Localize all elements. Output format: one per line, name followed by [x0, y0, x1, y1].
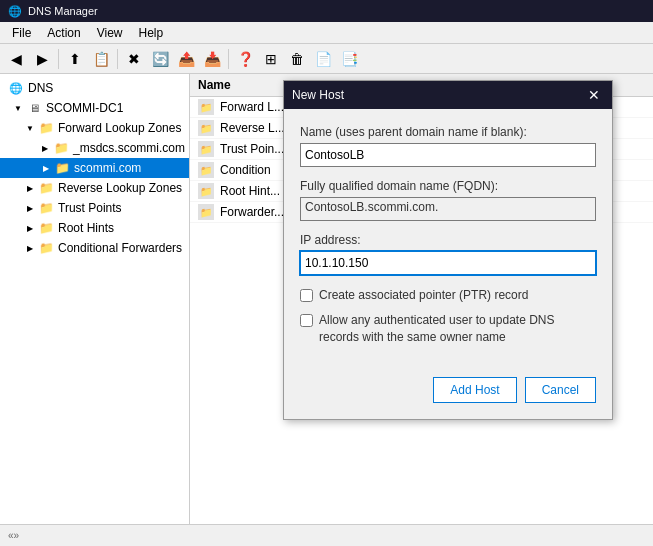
separator-1 [58, 49, 59, 69]
up-button[interactable]: ⬆ [63, 47, 87, 71]
expand-arrow-conditional: ▶ [24, 242, 36, 254]
status-bar: «» [0, 524, 653, 546]
ptr-checkbox-label: Create associated pointer (PTR) record [319, 287, 528, 304]
name-label: Name (uses parent domain name if blank): [300, 125, 596, 139]
folder-icon-conditional: 📁 [38, 240, 54, 256]
ptr-checkbox-row: Create associated pointer (PTR) record [300, 287, 596, 304]
expand-arrow-server: ▼ [12, 102, 24, 114]
tree-panel: 🌐 DNS ▼ 🖥 SCOMMI-DC1 ▼ 📁 Forward Lookup … [0, 74, 190, 524]
tree-forward-label: Forward Lookup Zones [58, 121, 181, 135]
tree-item-server[interactable]: ▼ 🖥 SCOMMI-DC1 [0, 98, 189, 118]
menu-action[interactable]: Action [39, 24, 88, 42]
folder-icon-msdcs: 📁 [53, 140, 69, 156]
tree-item-forward-lookup[interactable]: ▼ 📁 Forward Lookup Zones [0, 118, 189, 138]
tree-item-scommi[interactable]: ▶ 📁 scommi.com [0, 158, 189, 178]
row-label-3: Condition [220, 163, 271, 177]
expand-arrow-reverse: ▶ [24, 182, 36, 194]
separator-3 [228, 49, 229, 69]
name-input[interactable] [300, 143, 596, 167]
row-icon-0: 📁 [198, 99, 214, 115]
tree-reverse-label: Reverse Lookup Zones [58, 181, 182, 195]
dialog-title: New Host [292, 88, 344, 102]
row-label-4: Root Hint... [220, 184, 280, 198]
ip-input[interactable] [300, 251, 596, 275]
add-host-button[interactable]: Add Host [433, 377, 516, 403]
folder-icon-reverse: 📁 [38, 180, 54, 196]
row-icon-4: 📁 [198, 183, 214, 199]
row-label-0: Forward L... [220, 100, 284, 114]
expand-arrow-root: ▶ [24, 222, 36, 234]
tree-item-conditional[interactable]: ▶ 📁 Conditional Forwarders [0, 238, 189, 258]
allow-checkbox[interactable] [300, 314, 313, 327]
row-icon-1: 📁 [198, 120, 214, 136]
row-icon-3: 📁 [198, 162, 214, 178]
tree-item-dns[interactable]: 🌐 DNS [0, 78, 189, 98]
allow-checkbox-row: Allow any authenticated user to update D… [300, 312, 596, 346]
trash-button[interactable]: 🗑 [285, 47, 309, 71]
tree-item-root-hints[interactable]: ▶ 📁 Root Hints [0, 218, 189, 238]
tree-item-reverse-lookup[interactable]: ▶ 📁 Reverse Lookup Zones [0, 178, 189, 198]
tree-root-label: Root Hints [58, 221, 114, 235]
allow-checkbox-label: Allow any authenticated user to update D… [319, 312, 596, 346]
row-label-2: Trust Poin... [220, 142, 284, 156]
tree-item-trust[interactable]: ▶ 📁 Trust Points [0, 198, 189, 218]
row-label-5: Forwarder... [220, 205, 284, 219]
folder-icon-forward: 📁 [38, 120, 54, 136]
row-icon-5: 📁 [198, 204, 214, 220]
row-icon-2: 📁 [198, 141, 214, 157]
folder-icon-scommi: 📁 [54, 160, 70, 176]
ptr-checkbox[interactable] [300, 289, 313, 302]
back-button[interactable]: ◀ [4, 47, 28, 71]
copy-button[interactable]: 📑 [337, 47, 361, 71]
menu-view[interactable]: View [89, 24, 131, 42]
expand-arrow-scommi: ▶ [40, 162, 52, 174]
export-button[interactable]: 📤 [174, 47, 198, 71]
dialog-body: Name (uses parent domain name if blank):… [284, 109, 612, 369]
tree-conditional-label: Conditional Forwarders [58, 241, 182, 255]
help-button[interactable]: ❓ [233, 47, 257, 71]
tree-msdcs-label: _msdcs.scommi.com [73, 141, 185, 155]
menu-bar: File Action View Help [0, 22, 653, 44]
title-bar: 🌐 DNS Manager [0, 0, 653, 22]
title-bar-text: DNS Manager [28, 5, 98, 17]
expand-arrow-msdcs: ▶ [39, 142, 51, 154]
menu-file[interactable]: File [4, 24, 39, 42]
dns-icon: 🌐 [8, 80, 24, 96]
expand-arrow-trust: ▶ [24, 202, 36, 214]
fqdn-display: ContosoLB.scommi.com. [300, 197, 596, 221]
tree-dns-label: DNS [28, 81, 53, 95]
new-doc-button[interactable]: 📄 [311, 47, 335, 71]
tree-server-label: SCOMMI-DC1 [46, 101, 123, 115]
fqdn-label: Fully qualified domain name (FQDN): [300, 179, 596, 193]
cancel-button[interactable]: Cancel [525, 377, 596, 403]
folder-icon-root: 📁 [38, 220, 54, 236]
separator-2 [117, 49, 118, 69]
delete-button[interactable]: ✖ [122, 47, 146, 71]
properties-button[interactable]: ⊞ [259, 47, 283, 71]
folder-icon-trust: 📁 [38, 200, 54, 216]
refresh-button[interactable]: 🔄 [148, 47, 172, 71]
new-host-dialog: New Host ✕ Name (uses parent domain name… [283, 80, 613, 420]
menu-help[interactable]: Help [131, 24, 172, 42]
tree-trust-label: Trust Points [58, 201, 122, 215]
import-button[interactable]: 📥 [200, 47, 224, 71]
app-icon: 🌐 [8, 4, 22, 18]
dialog-footer: Add Host Cancel [284, 369, 612, 419]
dialog-close-button[interactable]: ✕ [584, 85, 604, 105]
server-icon: 🖥 [26, 100, 42, 116]
tree-item-msdcs[interactable]: ▶ 📁 _msdcs.scommi.com [0, 138, 189, 158]
ip-label: IP address: [300, 233, 596, 247]
column-name: Name [198, 78, 231, 92]
row-label-1: Reverse L... [220, 121, 285, 135]
show-hide-button[interactable]: 📋 [89, 47, 113, 71]
dialog-title-bar: New Host ✕ [284, 81, 612, 109]
forward-button[interactable]: ▶ [30, 47, 54, 71]
status-arrows: «» [8, 530, 19, 541]
tree-scommi-label: scommi.com [74, 161, 141, 175]
expand-arrow-forward: ▼ [24, 122, 36, 134]
toolbar: ◀ ▶ ⬆ 📋 ✖ 🔄 📤 📥 ❓ ⊞ 🗑 📄 📑 [0, 44, 653, 74]
